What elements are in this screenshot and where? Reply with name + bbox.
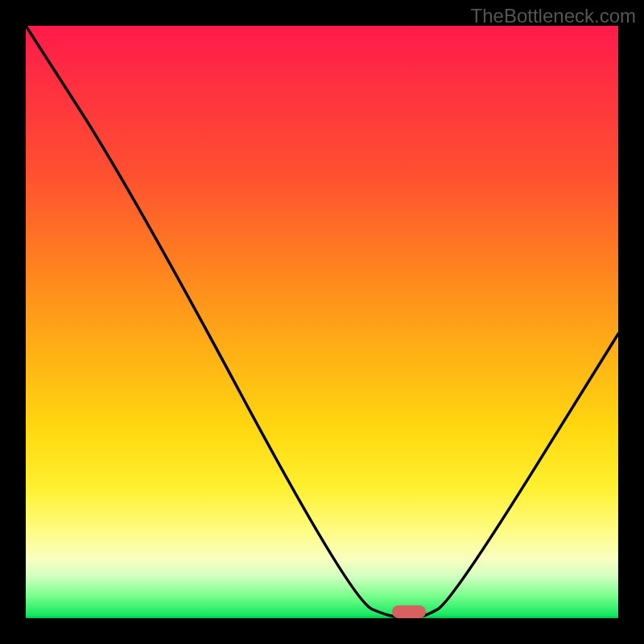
- chart-plot-area: [26, 26, 618, 618]
- bottleneck-curve: [26, 26, 618, 618]
- optimal-marker: [392, 605, 426, 618]
- watermark-text: TheBottleneck.com: [471, 5, 636, 27]
